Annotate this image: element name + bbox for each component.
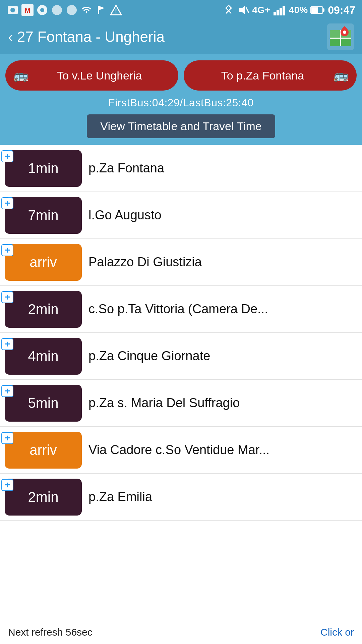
chrome3-icon [66,4,78,16]
stop-name: p.Za Fontana [88,161,362,175]
arrival-time: 2min [28,301,58,317]
svg-rect-16 [280,8,282,15]
svg-rect-20 [311,7,318,13]
svg-line-13 [246,7,249,13]
list-item[interactable]: +2minp.Za Emilia [0,474,362,521]
stop-name: l.Go Augusto [88,208,362,222]
back-button[interactable]: ‹ [8,29,13,45]
add-stop-button[interactable]: + [1,479,13,491]
chrome-icon [36,4,48,16]
signal-bars-icon [273,4,286,16]
status-bar-right-icons: 4G+ 40% 09:47 [223,4,355,16]
list-item[interactable]: +5minp.Za s. Maria Del Suffragio [0,380,362,427]
time-badge: 2min [5,291,82,328]
direction-bar: 🚌 To v.Le Ungheria To p.Za Fontana 🚌 [0,54,362,94]
svg-rect-15 [277,10,279,15]
direction-label-1: To v.Le Ungheria [28,69,170,82]
svg-marker-9 [99,6,105,10]
svg-text:!: ! [115,8,117,15]
warning-icon: ! [110,4,122,16]
svg-text:M: M [25,7,31,14]
stop-name: c.So p.Ta Vittoria (Camera De... [88,302,362,316]
stop-name: Via Cadore c.So Ventidue Mar... [88,443,362,457]
arrival-time: arriv [29,254,57,270]
gmail-icon: M [21,4,34,16]
list-item[interactable]: +7minl.Go Augusto [0,192,362,239]
list-item[interactable]: +arrivPalazzo Di Giustizia [0,239,362,286]
bus-icon-right: 🚌 [334,68,349,83]
click-or-text[interactable]: Click or [320,627,354,638]
stop-name: p.Za Emilia [88,490,362,504]
mute-icon [237,4,249,16]
bus-info-bar: FirstBus:04:29/LastBus:25:40 [0,94,362,111]
arrival-time: 4min [28,348,58,364]
time-label: 09:47 [328,4,355,16]
add-stop-button[interactable]: + [1,432,13,444]
photo-icon [7,4,19,16]
direction-btn-fontana[interactable]: To p.Za Fontana 🚌 [184,60,357,91]
time-badge: 5min [5,385,82,422]
time-badge: 1min [5,150,82,187]
status-bar-icons: M ! [7,4,122,16]
stop-name: Palazzo Di Giustizia [88,255,362,269]
arrival-time: arriv [29,442,57,458]
add-stop-button[interactable]: + [1,338,13,350]
flag-icon [95,4,107,16]
svg-marker-12 [239,6,245,14]
svg-rect-19 [323,8,324,12]
bus-info-text: FirstBus:04:29/LastBus:25:40 [108,97,254,109]
add-stop-button[interactable]: + [1,244,13,256]
timetable-bar: View Timetable and Travel Time [0,111,362,145]
direction-btn-ungheria[interactable]: 🚌 To v.Le Ungheria [5,60,178,91]
svg-point-5 [40,8,44,12]
stop-name: p.Za Cinque Giornate [88,349,362,363]
maps-icon[interactable] [327,23,354,50]
wifi-icon [80,4,93,16]
time-badge: 2min [5,479,82,516]
add-stop-button[interactable]: + [1,150,13,162]
time-badge: 7min [5,197,82,234]
list-item[interactable]: +arrivVia Cadore c.So Ventidue Mar... [0,427,362,474]
time-badge: 4min [5,338,82,375]
svg-rect-14 [274,12,276,15]
svg-point-1 [10,8,15,12]
list-item[interactable]: +4minp.Za Cinque Giornate [0,333,362,380]
bluetooth-icon [223,4,235,16]
header: ‹ 27 Fontana - Ungheria [0,20,362,54]
timetable-button[interactable]: View Timetable and Travel Time [87,114,275,138]
time-badge: arriv [5,432,82,469]
bus-icon-left: 🚌 [13,68,28,83]
add-stop-button[interactable]: + [1,385,13,397]
add-stop-button[interactable]: + [1,291,13,303]
battery-label: 40% [289,5,308,15]
svg-rect-17 [283,6,285,15]
stop-list: +1minp.Za Fontana+7minl.Go Augusto+arriv… [0,145,362,521]
list-item[interactable]: +2minc.So p.Ta Vittoria (Camera De... [0,286,362,333]
direction-label-2: To p.Za Fontana [192,69,334,82]
arrival-time: 5min [28,395,58,411]
refresh-text: Next refresh 56sec [8,627,93,638]
svg-rect-8 [98,6,99,14]
list-item[interactable]: +1minp.Za Fontana [0,145,362,192]
arrival-time: 1min [28,160,58,176]
time-badge: arriv [5,244,82,281]
header-left[interactable]: ‹ 27 Fontana - Ungheria [8,29,165,45]
timetable-button-label: View Timetable and Travel Time [100,120,261,132]
svg-point-6 [52,5,62,15]
arrival-time: 7min [28,207,58,223]
battery-icon [310,4,325,16]
arrival-time: 2min [28,489,58,505]
page-title: 27 Fontana - Ungheria [17,29,165,45]
svg-point-7 [67,5,77,15]
chrome2-icon [51,4,63,16]
bottom-bar: Next refresh 56sec Click or [0,620,362,644]
add-stop-button[interactable]: + [1,197,13,209]
status-bar: M ! 4G+ 40% 09:47 [0,0,362,20]
svg-point-26 [343,31,346,34]
signal-label: 4G+ [252,5,270,15]
stop-name: p.Za s. Maria Del Suffragio [88,396,362,410]
